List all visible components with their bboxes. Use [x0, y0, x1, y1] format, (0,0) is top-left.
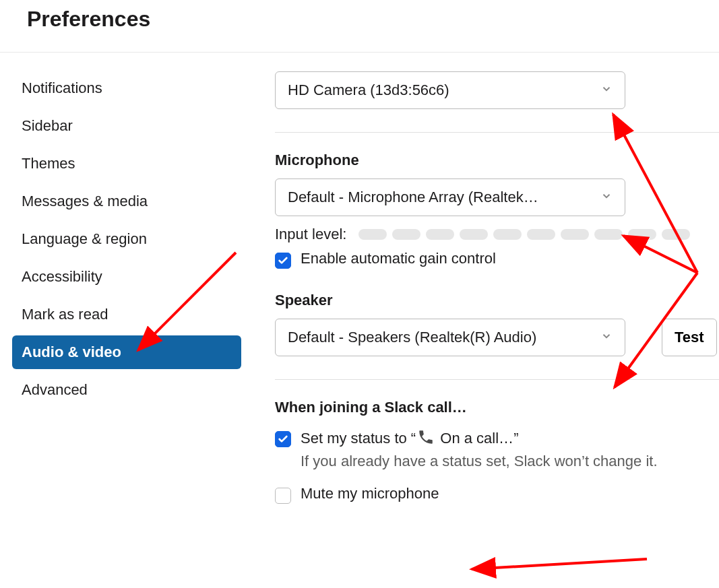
- sidebar-item-accessibility[interactable]: Accessibility: [12, 260, 241, 294]
- level-pill: [460, 229, 488, 240]
- microphone-select[interactable]: Default - Microphone Array (Realtek…: [275, 178, 625, 216]
- test-speaker-button[interactable]: Test: [662, 319, 717, 356]
- set-status-text: On a call…: [440, 430, 513, 447]
- mute-mic-label: Mute my microphone: [301, 485, 439, 502]
- input-level-label: Input level:: [275, 226, 346, 243]
- sidebar-item-themes[interactable]: Themes: [12, 147, 241, 181]
- gain-control-row: Enable automatic gain control: [275, 250, 719, 269]
- set-status-label: Set my status to “ On a call…”: [301, 428, 658, 450]
- chevron-down-icon: [600, 189, 613, 206]
- gain-control-checkbox[interactable]: [275, 253, 291, 269]
- microphone-select-value: Default - Microphone Array (Realtek…: [288, 189, 538, 206]
- mute-mic-checkbox[interactable]: [275, 488, 291, 504]
- preferences-sidebar: Notifications Sidebar Themes Messages & …: [0, 71, 241, 504]
- set-status-prefix: Set my status to “: [301, 430, 416, 447]
- level-pill: [358, 229, 387, 240]
- camera-select[interactable]: HD Camera (13d3:56c6): [275, 71, 625, 109]
- sidebar-item-notifications[interactable]: Notifications: [12, 71, 241, 105]
- mute-mic-row: Mute my microphone: [275, 485, 719, 504]
- speaker-heading: Speaker: [275, 292, 719, 309]
- call-heading: When joining a Slack call…: [275, 399, 719, 416]
- level-pill: [493, 229, 522, 240]
- level-pill: [426, 229, 454, 240]
- sidebar-item-audio-video[interactable]: Audio & video: [12, 335, 241, 369]
- chevron-down-icon: [600, 329, 613, 346]
- speaker-select-value: Default - Speakers (Realtek(R) Audio): [288, 329, 536, 346]
- speaker-select[interactable]: Default - Speakers (Realtek(R) Audio): [275, 319, 625, 356]
- input-level-meter: [358, 229, 690, 240]
- level-pill: [662, 229, 690, 240]
- sidebar-item-sidebar[interactable]: Sidebar: [12, 109, 241, 143]
- chevron-down-icon: [600, 81, 613, 99]
- level-pill: [561, 229, 589, 240]
- phone-icon: [417, 428, 435, 450]
- camera-select-value: HD Camera (13d3:56c6): [288, 81, 449, 99]
- level-pill: [527, 229, 555, 240]
- sidebar-item-messages-media[interactable]: Messages & media: [12, 185, 241, 218]
- sidebar-item-mark-as-read[interactable]: Mark as read: [12, 298, 241, 331]
- set-status-checkbox[interactable]: [275, 431, 291, 447]
- page-title: Preferences: [27, 7, 692, 32]
- set-status-subtext: If you already have a status set, Slack …: [301, 453, 658, 470]
- sidebar-item-advanced[interactable]: Advanced: [12, 373, 241, 407]
- section-divider: [275, 132, 719, 133]
- input-level-row: Input level:: [275, 226, 719, 243]
- section-divider: [275, 379, 719, 380]
- level-pill: [392, 229, 420, 240]
- level-pill: [628, 229, 656, 240]
- set-status-row: Set my status to “ On a call…” If you al…: [275, 428, 719, 470]
- set-status-suffix: ”: [513, 430, 518, 447]
- microphone-heading: Microphone: [275, 152, 719, 169]
- sidebar-item-language-region[interactable]: Language & region: [12, 222, 241, 256]
- level-pill: [594, 229, 623, 240]
- gain-control-label: Enable automatic gain control: [301, 250, 496, 267]
- main-content: HD Camera (13d3:56c6) Microphone Default…: [241, 71, 719, 504]
- svg-line-5: [472, 559, 647, 569]
